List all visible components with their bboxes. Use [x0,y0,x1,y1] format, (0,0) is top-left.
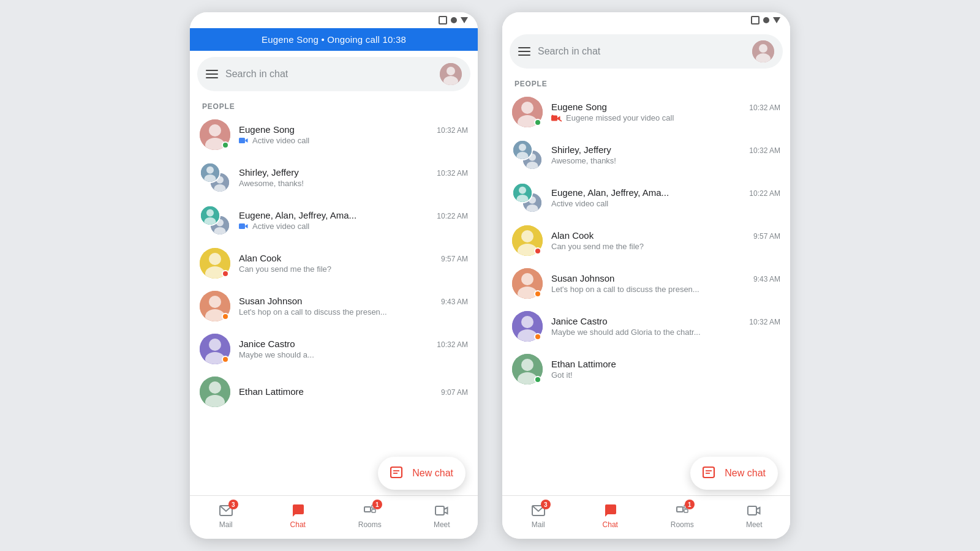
signal-icon [439,16,447,24]
chat-top: Janice Castro 10:32 AM [239,339,468,349]
preview-text: Eugene missed your video call [566,113,674,122]
list-item[interactable]: Alan Cook 9:57 AM Can you send me the fi… [190,242,478,285]
chat-name: Ethan Lattimore [239,386,304,397]
nav-item-rooms[interactable]: 1 Rooms [646,500,718,531]
chat-top: Alan Cook 9:57 AM [551,230,780,241]
chat-name: Janice Castro [239,339,295,349]
nav-item-mail[interactable]: 3 Mail [502,500,575,531]
svg-rect-19 [239,223,245,229]
list-item[interactable]: Janice Castro 10:32 AM Maybe we should a… [502,305,790,348]
nav-item-rooms[interactable]: 1 Rooms [334,500,406,531]
list-item[interactable]: Alan Cook 9:57 AM Can you send me the fi… [502,219,790,262]
new-chat-button[interactable]: New chat [378,457,466,490]
avatar [512,182,543,213]
chat-info: Eugene Song 10:32 AM Eugene missed your … [551,102,780,122]
wifi-icon [451,17,457,23]
mail-icon: 3 [217,502,235,519]
chat-name: Ethan Lattimore [551,359,616,369]
status-bar [190,12,478,28]
list-item[interactable]: Shirley, Jeffery 10:32 AM Awesome, thank… [502,133,790,176]
status-indicator [222,356,229,363]
list-item[interactable]: Janice Castro 10:32 AM Maybe we should a… [190,328,478,370]
list-item[interactable]: Susan Johnson 9:43 AM Let's hop on a cal… [190,285,478,328]
chat-list: Eugene Song 10:32 AM Active video call [190,113,478,495]
search-input[interactable]: Search in chat [538,46,745,57]
nav-badge: 3 [228,500,238,509]
svg-point-49 [519,144,526,151]
chat-preview: Let's hop on a call to discuss the prese… [551,285,780,294]
nav-item-chat[interactable]: Chat [575,500,647,531]
nav-item-mail[interactable]: 3 Mail [190,500,262,531]
nav-item-chat[interactable]: Chat [262,500,334,531]
chat-preview: Active video call [239,136,468,145]
avatar [200,162,230,193]
list-item[interactable]: Eugene Song 10:32 AM Active video call [190,113,478,156]
svg-rect-38 [372,509,375,512]
chat-name: Susan Johnson [239,296,302,306]
avatar-wrapper [512,311,543,342]
user-avatar[interactable] [440,63,462,85]
list-item[interactable]: Shirley, Jeffery 10:32 AM Awesome, thank… [190,156,478,199]
chat-name: Alan Cook [551,230,594,241]
nav-item-meet[interactable]: Meet [718,500,791,531]
chat-time: 10:32 AM [749,318,780,326]
dropdown-icon [461,17,468,23]
chat-top: Susan Johnson 9:43 AM [551,273,780,283]
nav-label: Rooms [671,520,694,529]
list-item[interactable]: Ethan Lattimore 9:07 AM [190,370,478,413]
chat-preview: Awesome, thanks! [551,156,780,165]
avatar [200,205,230,236]
chat-preview: Can you send me the file? [239,264,468,274]
new-chat-label: New chat [412,468,453,479]
chat-top: Eugene, Alan, Jeffrey, Ama... 10:22 AM [239,210,468,220]
svg-point-27 [209,339,221,351]
chat-preview: Got it! [551,370,780,380]
new-chat-button[interactable]: New chat [690,457,778,490]
chat-preview: Active video call [239,222,468,231]
chat-info: Susan Johnson 9:43 AM Let's hop on a cal… [239,296,468,317]
section-label: PEOPLE [502,75,790,91]
avatar-wrapper [512,97,543,127]
search-bar[interactable]: Search in chat [510,34,783,69]
chat-time: 10:32 AM [437,169,468,178]
search-input[interactable]: Search in chat [225,69,432,80]
svg-rect-72 [703,467,714,478]
chat-top: Shirley, Jeffery 10:32 AM [239,167,468,178]
chat-info: Janice Castro 10:32 AM Maybe we should a… [551,316,780,337]
nav-item-meet[interactable]: Meet [406,500,478,531]
preview-text: Active video call [252,222,309,231]
svg-rect-78 [684,509,688,512]
chat-info: Shirley, Jeffery 10:32 AM Awesome, thank… [551,144,780,165]
nav-label: Meet [746,520,763,529]
preview-text: Let's hop on a call to discuss the prese… [551,285,699,294]
svg-point-41 [759,44,767,53]
avatar-wrapper [200,291,230,321]
chat-top: Alan Cook 9:57 AM [239,253,468,263]
nav-badge: 1 [372,500,382,509]
user-avatar[interactable] [752,40,774,62]
nav-label: Rooms [358,520,382,529]
meet-icon [745,502,763,519]
phone-phone-right: Search in chat PEOPLE Eugene Song 10:32 … [502,12,790,539]
chat-top: Eugene Song 10:32 AM [551,102,780,112]
chat-time: 10:32 AM [437,340,468,349]
active-call-banner[interactable]: Eugene Song • Ongoing call 10:38 [190,28,478,51]
search-bar[interactable]: Search in chat [197,57,470,91]
chat-info: Janice Castro 10:32 AM Maybe we should a… [239,339,468,359]
list-item[interactable]: Eugene, Alan, Jeffrey, Ama... 10:22 AM A… [190,199,478,242]
menu-button[interactable] [518,47,530,56]
chat-time: 10:32 AM [437,126,468,135]
list-item[interactable]: Eugene, Alan, Jeffrey, Ama... 10:22 AM A… [502,176,790,219]
menu-button[interactable] [206,70,218,78]
list-item[interactable]: Susan Johnson 9:43 AM Let's hop on a cal… [502,262,790,305]
list-item[interactable]: Eugene Song 10:32 AM Eugene missed your … [502,91,790,133]
bottom-nav: 3 Mail Chat 1 Rooms [190,495,478,539]
mail-icon: 3 [530,502,547,519]
nav-label: Meet [434,520,450,529]
chat-time: 10:32 AM [749,103,780,112]
status-indicator [534,290,541,298]
preview-text: Got it! [551,370,573,380]
svg-point-64 [521,273,533,285]
chat-info: Ethan Lattimore Got it! [551,359,780,380]
list-item[interactable]: Ethan Lattimore Got it! [502,348,790,391]
